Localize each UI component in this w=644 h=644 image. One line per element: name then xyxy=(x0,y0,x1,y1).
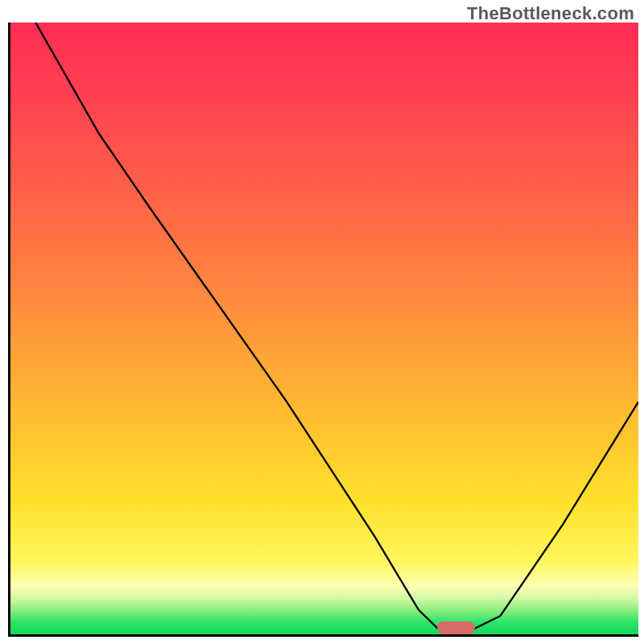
optimal-marker xyxy=(437,621,475,634)
watermark-text: TheBottleneck.com xyxy=(467,3,634,24)
bottleneck-curve xyxy=(10,23,638,634)
chart-container: TheBottleneck.com xyxy=(0,0,644,644)
plot-area xyxy=(8,23,638,637)
